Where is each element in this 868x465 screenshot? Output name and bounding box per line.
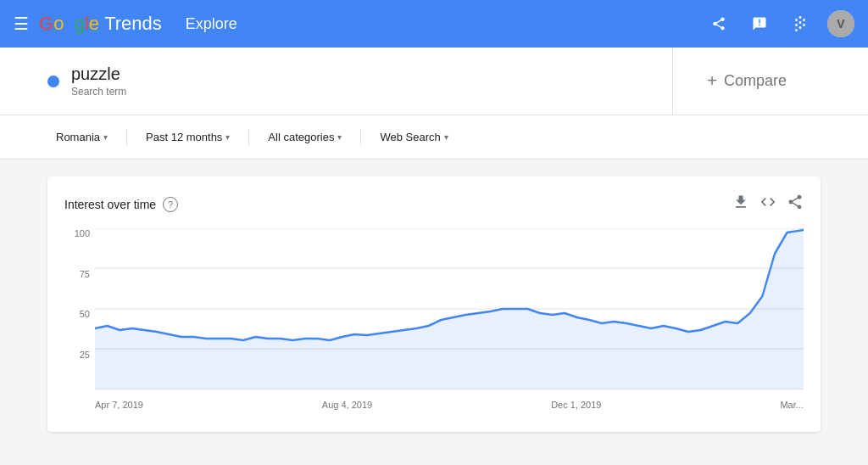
- region-filter[interactable]: Romania ▾: [47, 126, 116, 148]
- term-info: puzzle Search term: [71, 64, 126, 98]
- chart-header: Interest over time ?: [64, 193, 804, 215]
- svg-marker-7: [95, 230, 804, 389]
- filter-divider-3: [360, 129, 361, 146]
- user-avatar[interactable]: V: [827, 10, 854, 37]
- filter-divider-1: [126, 129, 127, 146]
- y-label-50: 50: [80, 309, 90, 319]
- time-period-label: Past 12 months: [146, 131, 222, 143]
- interest-over-time-card: Interest over time ?: [47, 176, 821, 432]
- search-type-label: Web Search: [380, 131, 440, 143]
- time-chevron-icon: ▾: [225, 132, 230, 142]
- apps-grid-icon[interactable]: [787, 10, 814, 37]
- share-chart-icon[interactable]: [787, 193, 804, 215]
- chart-svg-area: [95, 228, 804, 389]
- chart-title-area: Interest over time ?: [64, 197, 178, 212]
- app-logo: Google Trends: [39, 13, 162, 35]
- categories-filter[interactable]: All categories ▾: [259, 126, 350, 148]
- chart-container: 100 75 50 25: [64, 228, 804, 415]
- region-chevron-icon: ▾: [103, 132, 108, 142]
- search-term-box: puzzle Search term: [47, 48, 673, 115]
- plus-icon: +: [707, 71, 717, 91]
- x-label-mar: Mar...: [780, 400, 804, 410]
- chart-title: Interest over time: [64, 198, 156, 211]
- download-icon[interactable]: [732, 193, 749, 215]
- y-label-25: 25: [80, 350, 90, 360]
- help-icon[interactable]: ?: [163, 197, 178, 212]
- svg-text:V: V: [837, 17, 845, 31]
- term-color-indicator: [47, 76, 59, 87]
- x-label-apr: Apr 7, 2019: [95, 400, 143, 410]
- search-type-filter[interactable]: Web Search ▾: [371, 126, 456, 148]
- x-label-dec: Dec 1, 2019: [551, 400, 601, 410]
- x-label-aug: Aug 4, 2019: [322, 400, 372, 410]
- search-type-chevron-icon: ▾: [444, 132, 448, 142]
- filters-bar: Romania ▾ Past 12 months ▾ All categorie…: [0, 115, 868, 160]
- header-right: V: [705, 10, 854, 37]
- y-axis: 100 75 50 25: [64, 228, 95, 389]
- y-label-100: 100: [75, 228, 90, 238]
- menu-icon[interactable]: ☰: [14, 14, 29, 34]
- compare-label: Compare: [724, 72, 787, 90]
- filter-divider-2: [248, 129, 249, 146]
- main-content: Interest over time ?: [0, 160, 868, 449]
- search-term-text: puzzle: [71, 64, 126, 84]
- google-logo-text: Google Trends: [39, 13, 162, 35]
- explore-label: Explore: [186, 15, 237, 33]
- time-period-filter[interactable]: Past 12 months ▾: [137, 126, 238, 148]
- header-left: ☰ Google Trends Explore: [14, 13, 692, 35]
- chart-actions: [732, 193, 804, 215]
- embed-icon[interactable]: [760, 193, 776, 215]
- categories-chevron-icon: ▾: [337, 132, 342, 142]
- feedback-icon[interactable]: [746, 10, 773, 37]
- categories-label: All categories: [268, 131, 334, 143]
- y-label-75: 75: [80, 269, 90, 279]
- app-header: ☰ Google Trends Explore: [0, 0, 868, 48]
- share-header-icon[interactable]: [705, 10, 732, 37]
- region-label: Romania: [56, 131, 100, 143]
- search-term-type: Search term: [71, 86, 126, 98]
- compare-button[interactable]: + Compare: [673, 48, 821, 115]
- search-area: puzzle Search term + Compare: [0, 48, 868, 115]
- line-chart-svg: [95, 228, 804, 389]
- x-axis: Apr 7, 2019 Aug 4, 2019 Dec 1, 2019 Mar.…: [95, 395, 804, 415]
